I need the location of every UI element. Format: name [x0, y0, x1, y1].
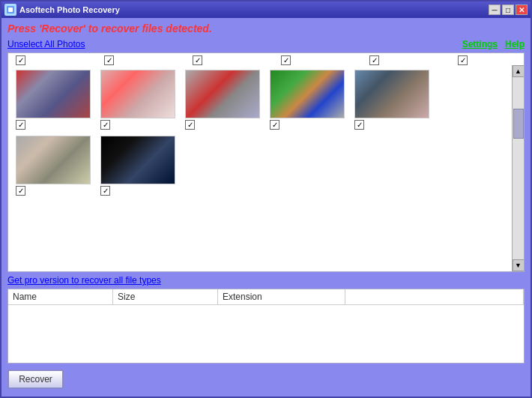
top-checkbox-6[interactable]: ✓: [458, 55, 468, 65]
photo-item-1: ✓: [16, 70, 94, 130]
gallery-inner: ✓ ✓: [8, 65, 512, 271]
photo-thumb-2[interactable]: [100, 70, 175, 118]
photo-thumb-4[interactable]: [270, 70, 345, 118]
photo-thumb-5[interactable]: [354, 70, 429, 118]
photo-thumb-3[interactable]: [185, 70, 260, 118]
photo-thumb-6[interactable]: [16, 136, 91, 184]
pro-version-link: Get pro version to recover all file type…: [7, 275, 525, 286]
photo-checkbox-2[interactable]: ✓: [100, 120, 110, 130]
col-size: Size: [113, 289, 218, 304]
photo-checkbox-7[interactable]: ✓: [100, 186, 110, 196]
top-checkbox-5[interactable]: ✓: [369, 55, 379, 65]
photo-item-2: ✓: [100, 70, 179, 130]
main-content: Press 'Recover' to recover files detecte…: [1, 18, 531, 397]
col-name: Name: [8, 289, 113, 304]
checkbox-row-6: ✓: [16, 186, 25, 196]
unselect-all-link[interactable]: Unselect All Photos: [7, 39, 85, 49]
photo-item-5: ✓: [354, 70, 433, 130]
gallery-photos-area: ✓ ✓: [8, 65, 512, 271]
press-recover-message: Press 'Recover' to recover files detecte…: [7, 22, 525, 34]
col-extra: [345, 289, 524, 304]
bottom-bar: Recover: [7, 367, 525, 392]
top-checkbox-4[interactable]: ✓: [281, 55, 291, 65]
col-extension: Extension: [218, 289, 345, 304]
photo-item-6: ✓: [16, 136, 94, 196]
help-link[interactable]: Help: [505, 39, 525, 49]
scroll-track: [513, 79, 524, 258]
photo-checkbox-6[interactable]: ✓: [16, 186, 25, 196]
top-checkbox-3[interactable]: ✓: [193, 55, 202, 65]
photo-item-3: ✓: [185, 70, 264, 130]
scroll-up-arrow[interactable]: ▲: [513, 65, 525, 77]
checkbox-row-2: ✓: [100, 120, 110, 130]
checkbox-row-4: ✓: [270, 120, 279, 130]
gallery-with-scroll: ✓ ✓: [8, 65, 524, 271]
photo-item-7: ✓: [100, 136, 179, 196]
main-window: Asoftech Photo Recovery ─ □ ✕ Press 'Rec…: [0, 0, 532, 398]
photo-checkbox-4[interactable]: ✓: [270, 120, 279, 130]
checkbox-row-5: ✓: [354, 120, 364, 130]
checkbox-row-1: ✓: [16, 120, 25, 130]
title-bar: Asoftech Photo Recovery ─ □ ✕: [1, 1, 531, 18]
photo-item-4: ✓: [270, 70, 348, 130]
pro-link-text[interactable]: Get pro version to recover all file type…: [7, 273, 161, 288]
file-table: Name Size Extension: [7, 289, 525, 364]
settings-link[interactable]: Settings: [462, 39, 498, 49]
top-checkbox-2[interactable]: ✓: [104, 55, 114, 65]
table-body: [8, 305, 524, 362]
window-title: Asoftech Photo Recovery: [19, 5, 486, 14]
photo-checkbox-1[interactable]: ✓: [16, 120, 25, 130]
maximize-button[interactable]: □: [502, 4, 514, 15]
table-header: Name Size Extension: [8, 289, 524, 305]
top-checkbox-row: ✓ ✓ ✓ ✓ ✓ ✓: [8, 53, 524, 65]
top-bar: Unselect All Photos Settings Help: [7, 39, 525, 49]
app-icon: [4, 4, 16, 16]
minimize-button[interactable]: ─: [489, 4, 501, 15]
gallery-panel: ✓ ✓ ✓ ✓ ✓ ✓ ✓: [7, 52, 525, 272]
close-button[interactable]: ✕: [516, 4, 528, 15]
scroll-thumb[interactable]: [513, 109, 524, 139]
svg-rect-1: [8, 7, 13, 12]
checkbox-row-7: ✓: [100, 186, 110, 196]
gallery-scrollbar: ▲ ▼: [512, 65, 524, 271]
photo-checkbox-3[interactable]: ✓: [185, 120, 195, 130]
checkbox-row-3: ✓: [185, 120, 195, 130]
window-controls: ─ □ ✕: [489, 4, 528, 15]
top-right-links: Settings Help: [462, 39, 525, 49]
photos-grid: ✓ ✓: [8, 65, 512, 271]
photo-thumb-1[interactable]: [16, 70, 91, 118]
photo-checkbox-5[interactable]: ✓: [354, 120, 364, 130]
scroll-down-arrow[interactable]: ▼: [513, 259, 525, 271]
photo-thumb-7[interactable]: [100, 136, 175, 184]
top-checkbox-1[interactable]: ✓: [16, 55, 25, 65]
recover-button[interactable]: Recover: [7, 370, 64, 389]
